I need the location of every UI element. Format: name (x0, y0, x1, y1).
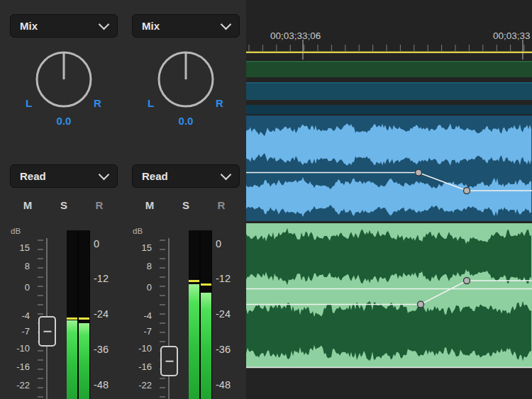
fader-handle[interactable] (160, 346, 178, 376)
channel-strip-1: Mix L R 0.0 Read M S R dB 15 8 0 -4 -7 -… (6, 0, 122, 399)
channel-strip-2: Mix L R 0.0 Read M S R dB 15 8 0 -4 -7 -… (128, 0, 244, 399)
pan-value[interactable]: 0.0 (6, 115, 122, 127)
fader-scale-label: -10 (128, 343, 152, 354)
input-assign-value: Mix (142, 20, 160, 32)
pan-knob[interactable] (28, 44, 99, 115)
chevron-down-icon (221, 169, 232, 180)
fader-scale-label: 15 (128, 242, 152, 253)
fader-scale-label: -22 (128, 380, 152, 390)
meter-scale-label: -12 (216, 273, 231, 284)
record-arm-button[interactable]: R (91, 199, 108, 211)
meter-scale-label: 0 (216, 238, 221, 249)
chevron-down-icon (99, 18, 110, 30)
level-meter (67, 230, 90, 399)
fader-scale-label: 8 (6, 261, 30, 271)
fader-scale-label: -7 (6, 326, 30, 337)
meter-bar-left (189, 230, 199, 399)
fader-scale-label: 8 (128, 261, 152, 271)
mute-button[interactable]: M (19, 199, 36, 211)
fader-scale-label: -22 (6, 380, 30, 390)
meter-scale-label: -48 (94, 379, 109, 390)
fader-scale-label: -4 (6, 310, 30, 321)
pan-right-label: R (94, 97, 101, 109)
meter-scale-label: -24 (216, 308, 231, 320)
audio-mixer-and-timeline: Mix L R 0.0 Read M S R dB 15 8 0 -4 -7 -… (0, 0, 532, 399)
input-assign-dropdown[interactable]: Mix (132, 14, 240, 38)
automation-mode-value: Read (20, 170, 46, 182)
pan-value[interactable]: 0.0 (128, 115, 244, 127)
input-assign-value: Mix (20, 20, 38, 32)
solo-button[interactable]: S (177, 199, 194, 211)
mute-button[interactable]: M (141, 199, 158, 211)
record-arm-button[interactable]: R (213, 199, 230, 211)
pan-left-label: L (26, 97, 32, 109)
fader-scale-label: -7 (128, 326, 152, 337)
pan-left-label: L (148, 97, 154, 109)
meter-scale-label: -12 (94, 273, 109, 284)
meter-bar-right (201, 230, 211, 399)
level-meter (189, 230, 212, 399)
meter-scale-label: -36 (216, 344, 231, 355)
input-assign-dropdown[interactable]: Mix (10, 14, 118, 38)
solo-button[interactable]: S (55, 199, 72, 211)
meter-scale-label: -24 (94, 308, 109, 320)
db-unit-label: dB (133, 227, 143, 235)
meter-scale-label: -48 (216, 379, 231, 390)
pan-right-label: R (216, 97, 223, 109)
meter-bar-left (67, 230, 77, 399)
pan-knob[interactable] (150, 44, 221, 115)
fader-scale-label: 0 (6, 282, 30, 293)
meter-scale-label: -36 (94, 344, 109, 355)
automation-mode-dropdown[interactable]: Read (132, 164, 240, 188)
fader-scale-label: 15 (6, 242, 30, 253)
meter-scale-label: 0 (94, 238, 99, 249)
fader-scale-label: -4 (128, 310, 152, 321)
chevron-down-icon (99, 169, 110, 180)
fader-handle[interactable] (38, 316, 56, 347)
timeline-canvas[interactable] (246, 0, 532, 399)
automation-mode-value: Read (142, 170, 168, 182)
timeline-panel[interactable]: 00;03;33;06 00;03;33 (246, 0, 532, 399)
chevron-down-icon (221, 18, 232, 30)
fader-scale-label: -16 (6, 361, 30, 372)
fader-scale-label: -10 (6, 343, 30, 354)
meter-bar-right (79, 230, 89, 399)
fader-scale-label: 0 (128, 282, 152, 293)
fader-scale-label: -16 (128, 361, 152, 372)
db-unit-label: dB (11, 227, 21, 235)
automation-mode-dropdown[interactable]: Read (10, 164, 118, 188)
